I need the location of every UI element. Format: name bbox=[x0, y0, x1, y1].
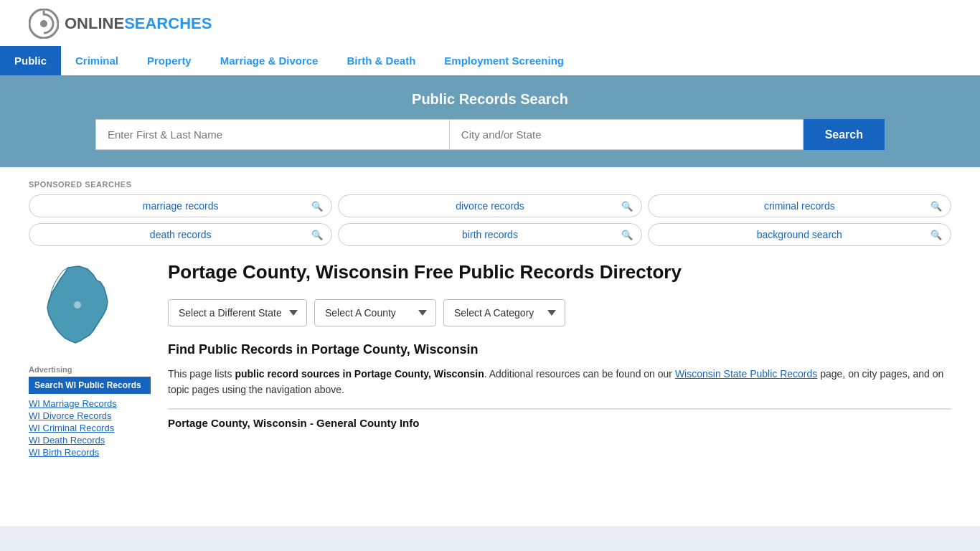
sidebar-link-marriage[interactable]: WI Marriage Records bbox=[29, 398, 151, 409]
nav-employment[interactable]: Employment Screening bbox=[430, 46, 578, 75]
content-section: Advertising Search WI Public Records WI … bbox=[29, 260, 951, 458]
sidebar-link-divorce[interactable]: WI Divorce Records bbox=[29, 410, 151, 421]
county-dropdown[interactable]: Select A County bbox=[314, 299, 436, 326]
pill-divorce-records[interactable]: divorce records 🔍 bbox=[338, 194, 641, 217]
sidebar-link-birth[interactable]: WI Birth Records bbox=[29, 447, 151, 458]
pill-background-search[interactable]: background search 🔍 bbox=[648, 223, 951, 246]
search-icon: 🔍 bbox=[311, 201, 323, 212]
logo-area: ONLINESEARCHES bbox=[29, 9, 951, 39]
find-records-title: Find Public Records in Portage County, W… bbox=[168, 342, 951, 357]
nav-criminal[interactable]: Criminal bbox=[61, 46, 133, 75]
location-input[interactable] bbox=[449, 119, 804, 150]
pill-criminal-records[interactable]: criminal records 🔍 bbox=[648, 194, 951, 217]
svg-point-1 bbox=[40, 20, 47, 27]
nav-public[interactable]: Public bbox=[0, 46, 61, 75]
section-sub-title: Portage County, Wisconsin - General Coun… bbox=[168, 417, 951, 429]
search-icon: 🔍 bbox=[930, 230, 942, 240]
sidebar-links: WI Marriage Records WI Divorce Records W… bbox=[29, 398, 151, 458]
search-banner-title: Public Records Search bbox=[29, 91, 951, 108]
sidebar-link-criminal[interactable]: WI Criminal Records bbox=[29, 423, 151, 433]
search-icon: 🔍 bbox=[621, 230, 633, 240]
article-area: Portage County, Wisconsin Free Public Re… bbox=[168, 260, 951, 458]
wi-records-link[interactable]: Wisconsin State Public Records bbox=[675, 368, 817, 380]
dropdowns-row: Select a Different State Select A County… bbox=[168, 299, 951, 326]
section-divider bbox=[168, 408, 951, 410]
main-content: SPONSORED SEARCHES marriage records 🔍 di… bbox=[0, 167, 980, 526]
sidebar: Advertising Search WI Public Records WI … bbox=[29, 260, 151, 458]
logo-text: ONLINESEARCHES bbox=[65, 14, 212, 33]
state-dropdown[interactable]: Select a Different State bbox=[168, 299, 307, 326]
sidebar-link-death[interactable]: WI Death Records bbox=[29, 435, 151, 446]
search-form: Search bbox=[95, 119, 885, 150]
search-icon: 🔍 bbox=[930, 201, 942, 212]
search-banner: Public Records Search Search bbox=[0, 75, 980, 167]
name-input[interactable] bbox=[95, 119, 449, 150]
ad-button[interactable]: Search WI Public Records bbox=[29, 377, 151, 394]
nav-property[interactable]: Property bbox=[133, 46, 206, 75]
pill-marriage-records[interactable]: marriage records 🔍 bbox=[29, 194, 332, 217]
pill-death-records[interactable]: death records 🔍 bbox=[29, 223, 332, 246]
svg-point-3 bbox=[74, 301, 81, 309]
advertising-label: Advertising bbox=[29, 365, 151, 374]
main-nav: Public Criminal Property Marriage & Divo… bbox=[0, 46, 980, 75]
logo-icon bbox=[29, 9, 59, 39]
category-dropdown[interactable]: Select A Category bbox=[443, 299, 565, 326]
article-body: This page lists public record sources in… bbox=[168, 366, 951, 398]
pill-birth-records[interactable]: birth records 🔍 bbox=[338, 223, 641, 246]
wisconsin-map bbox=[29, 260, 129, 354]
site-header: ONLINESEARCHES Public Criminal Property … bbox=[0, 0, 980, 75]
nav-birth-death[interactable]: Birth & Death bbox=[332, 46, 430, 75]
search-icon: 🔍 bbox=[621, 201, 633, 212]
sponsored-label: SPONSORED SEARCHES bbox=[29, 180, 951, 189]
search-pills: marriage records 🔍 divorce records 🔍 cri… bbox=[29, 194, 951, 246]
search-button[interactable]: Search bbox=[804, 119, 885, 150]
article-title: Portage County, Wisconsin Free Public Re… bbox=[168, 260, 951, 285]
nav-marriage-divorce[interactable]: Marriage & Divorce bbox=[206, 46, 333, 75]
search-icon: 🔍 bbox=[311, 230, 323, 240]
